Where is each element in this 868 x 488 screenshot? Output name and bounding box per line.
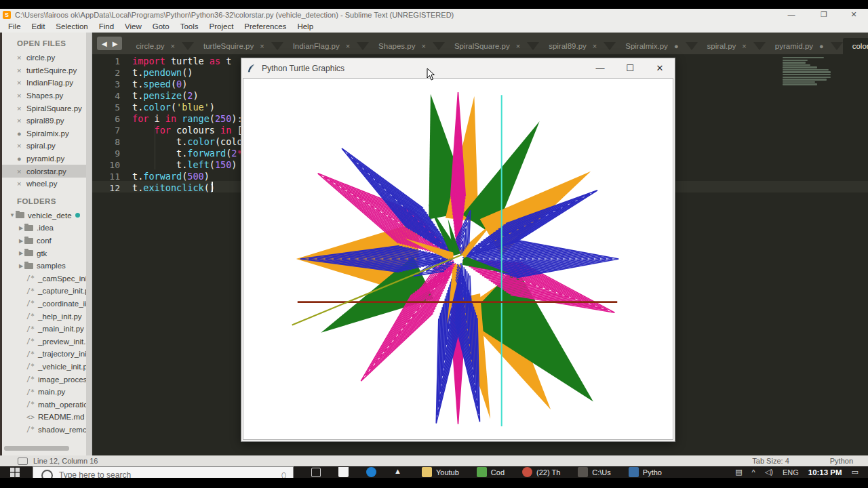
close-file-icon[interactable]: × xyxy=(17,180,26,188)
nav-back-icon[interactable]: ◀ xyxy=(102,40,107,47)
menu-item-tools[interactable]: Tools xyxy=(175,20,204,33)
restore-button[interactable]: ❐ xyxy=(814,9,834,20)
tree-item-_help_init.py[interactable]: /*_help_init.py xyxy=(2,310,88,323)
close-file-icon[interactable]: × xyxy=(17,142,26,150)
tab-close-icon[interactable]: × xyxy=(516,42,520,50)
minimap[interactable] xyxy=(783,57,842,86)
collapsed-arrow-icon[interactable]: ▶ xyxy=(18,238,24,244)
turtle-maximize-button[interactable]: ☐ xyxy=(615,58,645,78)
menu-item-goto[interactable]: Goto xyxy=(147,20,175,33)
tree-item-main.py[interactable]: /*main.py xyxy=(2,386,88,399)
taskbar-app-task-view[interactable] xyxy=(311,466,321,478)
turtle-close-button[interactable]: ✕ xyxy=(645,58,675,78)
clock[interactable]: 10:13 PM xyxy=(808,468,842,476)
menu-item-file[interactable]: File xyxy=(3,20,26,33)
tab-Spiralmix.py[interactable]: Spiralmix.py● xyxy=(616,38,685,54)
menu-item-project[interactable]: Project xyxy=(204,20,239,33)
turtle-graphics-window[interactable]: Python Turtle Graphics — ☐ ✕ xyxy=(241,58,675,442)
menu-item-preferences[interactable]: Preferences xyxy=(239,20,292,33)
open-file-colorstar.py[interactable]: ×colorstar.py xyxy=(2,165,88,178)
tab-close-icon[interactable]: × xyxy=(421,42,425,50)
volume-icon[interactable]: ◁) xyxy=(765,468,773,476)
collapsed-arrow-icon[interactable]: ▶ xyxy=(18,263,24,269)
close-file-icon[interactable]: × xyxy=(17,54,26,62)
taskbar-app-up-arrow[interactable]: ▲ xyxy=(394,466,404,478)
sidebar-horizontal-scrollbar[interactable] xyxy=(4,446,69,451)
open-file-IndianFlag.py[interactable]: ×IndianFlag.py xyxy=(2,77,88,89)
tree-item-_main_init.py[interactable]: /*_main_init.py xyxy=(2,323,88,336)
tab-close-icon[interactable]: × xyxy=(346,42,350,50)
tree-item-_capture_init.p[interactable]: /*_capture_init.p xyxy=(2,285,88,298)
taskbar-app-explorer[interactable]: C:\Us xyxy=(578,466,611,478)
close-file-icon[interactable]: × xyxy=(17,104,26,113)
tree-item-_vehicle_init.p[interactable]: /*_vehicle_init.p xyxy=(2,361,88,373)
start-button[interactable] xyxy=(5,466,24,478)
minimize-button[interactable]: — xyxy=(781,9,802,20)
menu-item-find[interactable]: Find xyxy=(94,20,119,33)
tab-close-icon[interactable]: × xyxy=(171,42,175,50)
tab-pyramid.py[interactable]: pyramid.py● xyxy=(766,38,831,54)
open-file-Shapes.py[interactable]: ×Shapes.py xyxy=(2,89,88,102)
taskbar-app-code[interactable]: Cod xyxy=(477,466,505,478)
tab-close-icon[interactable]: × xyxy=(260,42,264,50)
syntax-indicator[interactable]: Python xyxy=(830,457,853,465)
open-file-pyramid.py[interactable]: ●pyramid.py xyxy=(2,152,88,165)
tree-item-conf[interactable]: ▶conf xyxy=(2,235,88,247)
open-file-SpiralSquare.py[interactable]: ×SpiralSquare.py xyxy=(2,102,88,115)
sidebar-vertical-scrollbar[interactable] xyxy=(86,33,92,455)
tab-modified-icon[interactable]: ● xyxy=(674,42,679,50)
menu-item-help[interactable]: Help xyxy=(292,20,319,33)
taskbar-app-mail[interactable]: (22) Th xyxy=(522,466,560,478)
tab-SpiralSquare.py[interactable]: SpiralSquare.py× xyxy=(445,38,527,54)
tab-circle.py[interactable]: circle.py× xyxy=(126,38,182,54)
tab-size-indicator[interactable]: Tab Size: 4 xyxy=(752,457,789,465)
notification-icon[interactable]: ▭ xyxy=(852,468,859,476)
tree-item-_coordinate_ii[interactable]: /*_coordinate_ii xyxy=(2,298,88,310)
tab-close-icon[interactable]: × xyxy=(742,42,746,50)
tree-item-samples[interactable]: ▶samples xyxy=(2,260,88,272)
open-file-wheel.py[interactable]: ×wheel.py xyxy=(2,178,88,190)
turtle-title-bar[interactable]: Python Turtle Graphics — ☐ ✕ xyxy=(241,58,675,78)
tree-item-gtk[interactable]: ▶gtk xyxy=(2,247,88,260)
collapsed-arrow-icon[interactable]: ▶ xyxy=(18,250,24,256)
modified-icon[interactable]: ● xyxy=(17,129,26,138)
menu-item-view[interactable]: View xyxy=(119,20,147,33)
close-file-icon[interactable]: × xyxy=(17,92,26,100)
open-file-spiral89.py[interactable]: ×spiral89.py xyxy=(2,115,88,127)
expanded-arrow-icon[interactable]: ▼ xyxy=(9,212,16,218)
taskbar-app-youtube[interactable]: Youtub xyxy=(422,466,459,478)
language-indicator[interactable]: ENG xyxy=(783,468,799,476)
tab-IndianFlag.py[interactable]: IndianFlag.py× xyxy=(283,38,357,54)
tree-item-_camSpec_init[interactable]: /*_camSpec_init xyxy=(2,272,88,285)
tree-item-shadow_remc[interactable]: /*shadow_remc xyxy=(2,424,88,436)
tree-item-.idea[interactable]: ▶.idea xyxy=(2,222,88,235)
nav-forward-icon[interactable]: ▶ xyxy=(113,40,118,47)
taskbar-app-edge[interactable] xyxy=(366,466,376,478)
taskbar-app-python-turtle[interactable]: Pytho xyxy=(629,466,662,478)
close-file-icon[interactable]: × xyxy=(17,167,26,176)
tree-item-math_operatic[interactable]: /*math_operatic xyxy=(2,398,88,411)
close-file-icon[interactable]: × xyxy=(17,79,26,87)
open-file-Spiralmix.py[interactable]: ●Spiralmix.py xyxy=(2,127,88,140)
close-file-icon[interactable]: × xyxy=(17,117,26,125)
open-file-turtleSquire.py[interactable]: ×turtleSquire.py xyxy=(2,64,88,77)
taskbar-app-store[interactable] xyxy=(338,466,349,478)
tab-colorstar.py[interactable]: colorstar.py× xyxy=(843,38,868,54)
tree-item-README.md[interactable]: <>README.md xyxy=(2,411,88,424)
open-file-spiral.py[interactable]: ×spiral.py xyxy=(2,140,88,152)
menu-item-selection[interactable]: Selection xyxy=(50,20,93,33)
turtle-minimize-button[interactable]: — xyxy=(585,58,615,78)
tab-turtleSquire.py[interactable]: turtleSquire.py× xyxy=(194,38,271,54)
tab-close-icon[interactable]: × xyxy=(593,42,597,50)
layout-icon[interactable] xyxy=(18,458,28,465)
tab-spiral.py[interactable]: spiral.py× xyxy=(698,38,753,54)
tab-modified-icon[interactable]: ● xyxy=(819,42,824,50)
close-button[interactable]: ✕ xyxy=(844,9,864,20)
tree-item-vehicle_dete[interactable]: ▼vehicle_dete xyxy=(2,209,88,222)
collapsed-arrow-icon[interactable]: ▶ xyxy=(18,225,24,231)
tab-Shapes.py[interactable]: Shapes.py× xyxy=(369,38,433,54)
tree-item-_trajectory_ini[interactable]: /*_trajectory_ini xyxy=(2,348,88,361)
tree-item-image_proces[interactable]: /*image_proces xyxy=(2,373,88,386)
modified-icon[interactable]: ● xyxy=(17,155,26,163)
hidden-icons-caret[interactable]: ^ xyxy=(752,468,755,476)
